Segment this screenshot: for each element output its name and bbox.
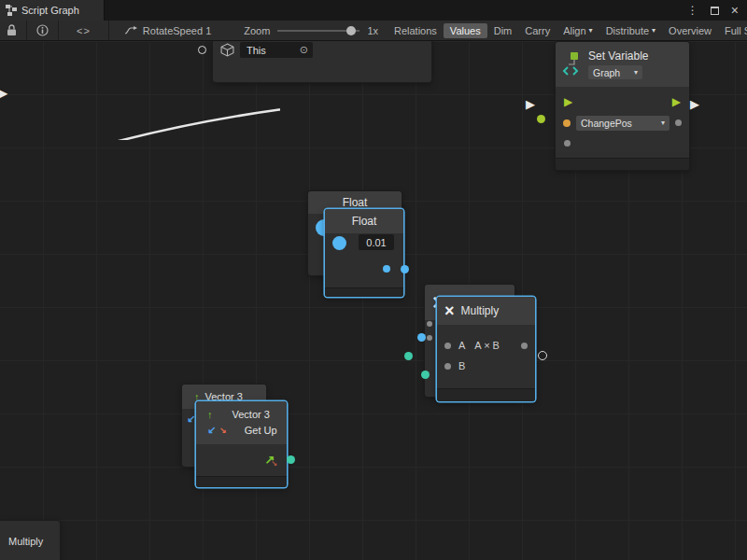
float-header: Float xyxy=(325,209,403,233)
toolbar-divider xyxy=(108,21,109,41)
graph-breadcrumb[interactable]: RotateSpeed 1 xyxy=(118,23,218,38)
toolbar-button-dim[interactable]: Dim xyxy=(487,23,519,38)
title-bar: Script Graph ⋮ × xyxy=(0,0,747,21)
vector3-node[interactable]: ↑ Vector 3 ↙ ↘ Get Up ↗ ↘ xyxy=(196,401,287,487)
multiply-footer xyxy=(437,388,535,401)
variable-name-dropdown[interactable]: ChangePos ▾ xyxy=(576,116,669,131)
toolbar-button-align[interactable]: Align ▾ xyxy=(557,23,599,38)
float-node[interactable]: Float 0.01 xyxy=(325,209,403,297)
variable-scope-dropdown[interactable]: Graph ▾ xyxy=(588,65,642,79)
multiply-back-port-dot[interactable] xyxy=(427,321,432,327)
float-title: Float xyxy=(352,215,377,228)
vector3-header: ↑ Vector 3 ↙ ↘ Get Up xyxy=(196,401,287,444)
result-port[interactable] xyxy=(521,343,528,349)
axis-icon: ↙ xyxy=(187,413,195,425)
button-label: Full Screen xyxy=(725,25,747,36)
axis-blue-icon: ↙ xyxy=(207,424,216,436)
toolbar-button-values[interactable]: Values xyxy=(444,23,487,38)
set-variable-footer xyxy=(556,158,689,170)
toolbar-button-carry[interactable]: Carry xyxy=(518,23,557,38)
input-b-label: B xyxy=(458,360,465,371)
zoom-label: Zoom xyxy=(244,25,270,36)
input-b-port[interactable] xyxy=(444,363,451,370)
value-input-port[interactable] xyxy=(563,119,571,127)
toolbar-button-fullscreen[interactable]: Full Screen xyxy=(718,23,747,38)
vector3-footer xyxy=(196,476,287,487)
vector3-operation: Get Up xyxy=(245,425,277,436)
multiply-node-fragment[interactable]: Multiply xyxy=(0,521,60,560)
info-button[interactable] xyxy=(30,24,55,36)
input-a-port[interactable] xyxy=(444,343,451,349)
blue-wire-start-dot[interactable] xyxy=(401,265,409,273)
output-port[interactable] xyxy=(675,119,682,126)
tab-title: Script Graph xyxy=(21,5,79,16)
float-output-dot[interactable] xyxy=(383,265,390,273)
multiply-output-ring-port[interactable] xyxy=(538,351,547,360)
axis-red-icon: ↘ xyxy=(219,426,227,435)
set-variable-body: ▶ ▶ ChangePos ▾ xyxy=(556,87,689,152)
toolbar-button-distribute[interactable]: Distribute ▾ xyxy=(599,23,662,38)
float-footer xyxy=(325,287,403,297)
flow-output-port[interactable]: ▶ xyxy=(672,96,681,107)
window-maximize-button[interactable] xyxy=(711,7,719,15)
graph-wire-icon xyxy=(124,26,137,35)
float-value-field[interactable]: 0.01 xyxy=(359,234,394,250)
zoom-slider[interactable] xyxy=(277,30,359,32)
multiply-node[interactable]: × Multiply A A × B B xyxy=(437,297,535,401)
toolbar-divider xyxy=(26,21,27,41)
variable-scope-value: Graph xyxy=(593,67,620,78)
button-label: Align xyxy=(563,25,585,36)
this-node[interactable]: This ⊙ xyxy=(213,35,431,82)
toolbar-divider xyxy=(58,21,59,41)
vector3-output-dot[interactable] xyxy=(287,455,295,464)
flow-input-port[interactable]: ▶ xyxy=(564,96,572,107)
vector3-title: Vector 3 xyxy=(233,409,270,420)
setvariable-flow-in-arrow-icon: ▶ xyxy=(526,98,535,110)
button-label: Relations xyxy=(394,25,437,36)
window-close-button[interactable]: × xyxy=(731,3,739,18)
target-picker-icon[interactable]: ⊙ xyxy=(300,44,308,56)
float-value: 0.01 xyxy=(366,237,386,248)
multiply-back-port-dot[interactable] xyxy=(427,335,432,341)
fallback-input-port[interactable] xyxy=(564,140,571,147)
this-input-ring-port[interactable] xyxy=(198,46,206,54)
arrow-down-right-icon: ↘ xyxy=(271,459,277,468)
graph-canvas[interactable]: This ⊙ Set Variable Graph ▾ xyxy=(0,0,747,560)
zoom-knob[interactable] xyxy=(346,26,356,35)
blue-wire-end-dot[interactable] xyxy=(417,333,426,342)
variable-name-value: ChangePos xyxy=(581,118,632,129)
float-literal-icon xyxy=(332,236,346,250)
this-object-field[interactable]: This ⊙ xyxy=(240,42,313,58)
cube-icon xyxy=(220,43,234,57)
set-variable-node[interactable]: Set Variable Graph ▾ ▶ ▶ ChangePos ▾ xyxy=(556,42,689,170)
toolbar-button-overview[interactable]: Overview xyxy=(662,23,718,38)
teal-wire-end-b-dot[interactable] xyxy=(421,371,430,379)
graph-toolbar: <> RotateSpeed 1 Zoom 1x Relations Value… xyxy=(0,21,747,41)
arrow-up-icon: ↑ xyxy=(207,409,213,420)
code-view-button[interactable]: <> xyxy=(62,25,106,36)
chevron-down-icon: ▾ xyxy=(652,26,655,35)
float-back-title: Float xyxy=(343,196,368,209)
zoom-value: 1x xyxy=(367,25,378,36)
set-variable-title: Set Variable xyxy=(588,49,648,63)
script-graph-icon xyxy=(6,5,17,16)
lime-wire-end-dot[interactable] xyxy=(537,115,545,123)
button-label: Distribute xyxy=(606,25,649,36)
multiply-header: × Multiply xyxy=(437,297,535,325)
script-graph-tab[interactable]: Script Graph xyxy=(0,0,105,21)
toolbar-button-relations[interactable]: Relations xyxy=(388,23,444,38)
window-menu-button[interactable]: ⋮ xyxy=(687,4,698,17)
button-label: Dim xyxy=(494,25,513,36)
edge-flow-arrow-icon: ▶ xyxy=(0,86,7,101)
chevron-down-icon: ▾ xyxy=(661,119,665,127)
teal-wire-end-a-dot[interactable] xyxy=(404,352,413,360)
multiply-title: Multiply xyxy=(461,304,500,317)
white-wire-top xyxy=(0,98,280,140)
this-field-label: This xyxy=(247,45,266,56)
multiply-fragment-title: Multiply xyxy=(8,536,43,547)
set-variable-header: Set Variable Graph ▾ xyxy=(556,42,689,87)
lock-toggle-button[interactable] xyxy=(0,24,23,36)
variable-icon xyxy=(561,50,584,78)
setvariable-flow-out-arrow-icon: ▶ xyxy=(690,98,699,110)
graph-breadcrumb-label: RotateSpeed 1 xyxy=(143,25,211,36)
